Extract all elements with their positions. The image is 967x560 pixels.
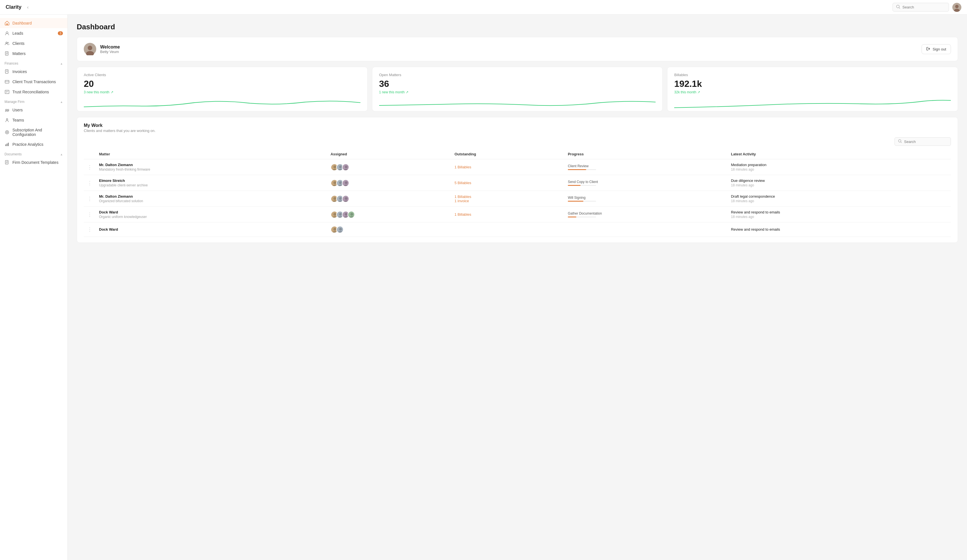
svg-point-60 xyxy=(339,197,342,200)
row-menu-icon[interactable]: ⋮ xyxy=(87,227,92,232)
sidebar-collapse-button[interactable]: ‹ xyxy=(26,4,30,11)
assignee-avatars xyxy=(331,180,448,187)
sidebar-item-leads[interactable]: Leads 3 xyxy=(0,28,68,38)
search-icon xyxy=(896,5,900,10)
svg-rect-27 xyxy=(7,143,8,146)
global-search-input[interactable] xyxy=(903,5,945,9)
col-menu xyxy=(84,149,96,159)
activity-cell: Mediation preparation18 minutes ago xyxy=(728,159,951,175)
row-menu-icon[interactable]: ⋮ xyxy=(87,212,92,217)
billables-link[interactable]: 1 Billables xyxy=(454,165,561,169)
sidebar-item-invoices[interactable]: Invoices xyxy=(0,66,68,77)
sidebar-item-users[interactable]: Users xyxy=(0,105,68,115)
sidebar-item-matters[interactable]: Matters xyxy=(0,48,68,59)
progress-cell: Gather Documentation xyxy=(564,207,728,222)
sidebar-item-trust-reconciliations[interactable]: Trust Reconciliations xyxy=(0,87,68,97)
home-icon xyxy=(5,21,10,26)
svg-point-42 xyxy=(339,166,342,168)
matter-name: Elmore Streich xyxy=(99,178,324,183)
row-menu-icon[interactable]: ⋮ xyxy=(87,180,92,186)
user-avatar[interactable] xyxy=(952,3,961,12)
assignee-avatars xyxy=(331,211,448,218)
progress-stage-label: Send Copy to Client xyxy=(568,180,724,184)
svg-point-24 xyxy=(5,130,9,134)
topbar: Clarity ‹ xyxy=(0,0,967,15)
table-row: ⋮Dock WardReview and respond to emails xyxy=(84,222,951,237)
svg-point-75 xyxy=(350,213,353,216)
welcome-name: Betty Veum xyxy=(100,49,120,54)
stat-label-billables: Billables xyxy=(674,73,951,77)
svg-point-78 xyxy=(333,228,336,231)
stat-trend-matters: 1 new this month ↗ xyxy=(379,90,656,94)
welcome-greeting: Welcome xyxy=(100,44,120,49)
svg-line-37 xyxy=(901,142,901,143)
row-menu-cell: ⋮ xyxy=(84,159,96,175)
sidebar-item-label: Dashboard xyxy=(12,21,32,25)
matter-name: Dock Ward xyxy=(99,227,324,232)
svg-point-7 xyxy=(6,42,7,43)
svg-point-39 xyxy=(333,166,336,168)
trend-arrow-billables: ↗ xyxy=(697,90,700,94)
sidebar-item-teams[interactable]: Teams xyxy=(0,115,68,125)
col-activity: Latest Activity xyxy=(728,149,951,159)
outstanding-cell: 1 Billables xyxy=(451,159,564,175)
welcome-card: Welcome Betty Veum Sign out xyxy=(77,37,958,61)
activity-time: 18 minutes ago xyxy=(731,183,947,187)
topbar-left: Clarity ‹ xyxy=(6,4,30,11)
signout-icon xyxy=(926,47,930,52)
row-menu-icon[interactable]: ⋮ xyxy=(87,165,92,170)
progress-cell xyxy=(564,222,728,237)
my-work-header: My Work Clients and matters that you are… xyxy=(84,123,951,133)
matter-cell: Dock WardOrganic uniform knowledgeuser xyxy=(96,207,327,222)
row-menu-cell: ⋮ xyxy=(84,191,96,207)
stat-trend-clients: 3 new this month ↗ xyxy=(84,90,360,94)
firm-templates-icon xyxy=(5,160,10,165)
assigned-cell xyxy=(327,191,451,207)
svg-point-51 xyxy=(339,181,342,184)
sidebar-item-subscription[interactable]: Subscription And Configuration xyxy=(0,125,68,139)
sidebar-item-dashboard[interactable]: Dashboard xyxy=(0,18,68,28)
signout-button[interactable]: Sign out xyxy=(922,44,951,54)
row-menu-icon[interactable]: ⋮ xyxy=(87,196,92,202)
svg-point-34 xyxy=(88,46,92,50)
activity-time: 18 minutes ago xyxy=(731,168,947,171)
stats-row: Active Clients 20 3 new this month ↗ Ope… xyxy=(77,67,958,111)
welcome-text: Welcome Betty Veum xyxy=(100,44,120,54)
sidebar-item-trust-transactions[interactable]: Client Trust Transactions xyxy=(0,77,68,87)
svg-rect-18 xyxy=(5,90,9,94)
sidebar-item-firm-templates[interactable]: Firm Document Templates xyxy=(0,157,68,168)
outstanding-cell: 1 Billables xyxy=(451,207,564,222)
my-work-subtitle: Clients and matters that you are working… xyxy=(84,128,951,133)
progress-bar xyxy=(568,201,724,202)
sidebar-item-clients[interactable]: Clients xyxy=(0,38,68,48)
sidebar-section-documents: Documents ▲ xyxy=(0,150,68,157)
invoice-link[interactable]: 1 invoice xyxy=(454,199,561,203)
billables-link[interactable]: 1 Billables xyxy=(454,194,561,199)
svg-point-69 xyxy=(339,213,342,216)
my-work-title: My Work xyxy=(84,123,951,128)
table-row: ⋮Elmore StreichUpgradable client-server … xyxy=(84,175,951,191)
activity-title: Due diligence review xyxy=(731,178,947,183)
svg-point-81 xyxy=(339,228,342,231)
matter-cell: Elmore StreichUpgradable client-server a… xyxy=(96,175,327,191)
matter-name: Mr. Dalton Ziemann xyxy=(99,194,324,199)
progress-bar xyxy=(568,169,724,170)
matters-table: Matter Assigned Outstanding Progress Lat… xyxy=(84,149,951,237)
assigned-cell xyxy=(327,159,451,175)
matter-subtitle: Organized bifurcated solution xyxy=(99,199,324,203)
welcome-info: Welcome Betty Veum xyxy=(84,43,120,55)
sidebar-item-analytics[interactable]: Practice Analytics xyxy=(0,139,68,150)
svg-point-22 xyxy=(8,109,9,111)
svg-rect-5 xyxy=(7,23,8,25)
table-search-input[interactable] xyxy=(904,140,947,144)
progress-bar-fill xyxy=(568,185,581,186)
billables-link[interactable]: 1 Billables xyxy=(454,212,561,217)
row-menu-cell: ⋮ xyxy=(84,222,96,237)
activity-time: 18 minutes ago xyxy=(731,199,947,203)
col-matter: Matter xyxy=(96,149,327,159)
assignee-avatar xyxy=(348,211,355,218)
stat-card-billables: Billables 192.1k 32k this month ↗ xyxy=(667,67,958,111)
assignee-avatars xyxy=(331,163,448,171)
billables-link[interactable]: 5 Billables xyxy=(454,181,561,185)
main-content: Dashboard Welcome Betty Veum Sig xyxy=(68,15,967,560)
